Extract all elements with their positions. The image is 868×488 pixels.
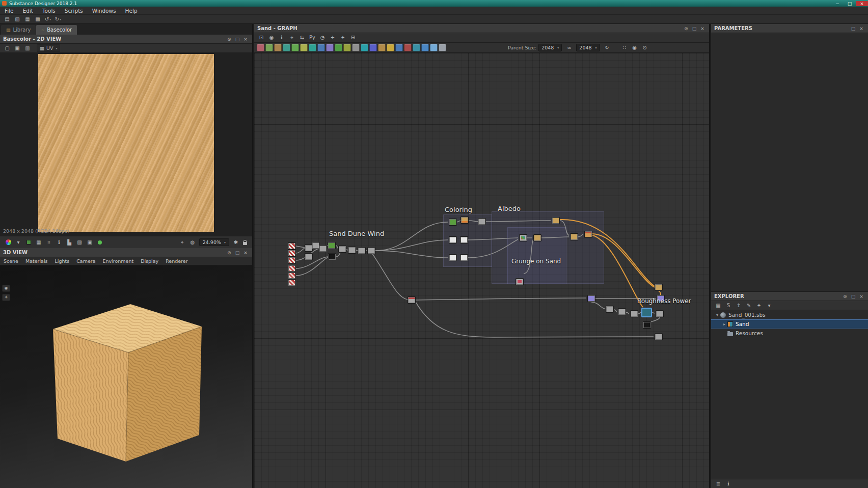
view3d-menu-environment[interactable]: Environment bbox=[99, 258, 137, 264]
node-icon-directional-blur[interactable] bbox=[300, 44, 308, 51]
node-icon-gradient-map[interactable] bbox=[335, 44, 342, 51]
float-icon[interactable]: □ bbox=[691, 26, 698, 31]
node-icon-curve[interactable] bbox=[291, 44, 299, 51]
node-icon-directional-warp[interactable] bbox=[309, 44, 316, 51]
graph-node-orange[interactable] bbox=[584, 231, 592, 238]
graph-node-input[interactable] bbox=[288, 242, 296, 250]
open-file-icon[interactable]: ▧ bbox=[13, 15, 21, 23]
export-icon[interactable]: ↥ bbox=[735, 302, 743, 309]
tab-library[interactable]: ▤Library bbox=[1, 25, 36, 35]
graph-node-gray[interactable] bbox=[319, 245, 327, 252]
graph-node-gray[interactable] bbox=[478, 218, 486, 225]
menu-file[interactable]: File bbox=[0, 8, 18, 14]
graph-node-black[interactable] bbox=[643, 321, 651, 329]
information-icon[interactable]: ℹ bbox=[55, 238, 63, 246]
zoom-select[interactable]: 24.90%▾ bbox=[199, 238, 229, 246]
graph-node-white[interactable] bbox=[449, 236, 457, 243]
node-icon-transform[interactable] bbox=[395, 44, 403, 51]
node-icon-levels[interactable] bbox=[361, 44, 368, 51]
checker-background-icon[interactable]: ▦ bbox=[35, 238, 43, 246]
histogram-icon[interactable]: ▙ bbox=[65, 238, 73, 246]
edit-icon[interactable]: ✎ bbox=[745, 302, 753, 309]
undo-icon[interactable]: ↺▾ bbox=[44, 15, 52, 23]
python-icon[interactable]: Py bbox=[308, 34, 316, 42]
view3d-menu-scene[interactable]: Scene bbox=[0, 258, 22, 264]
color-channels-wheel-icon[interactable] bbox=[4, 238, 12, 246]
float-icon[interactable]: □ bbox=[850, 26, 857, 31]
pin-node-icon[interactable]: ⊙ bbox=[641, 44, 649, 51]
menu-edit[interactable]: Edit bbox=[18, 8, 38, 14]
uv-mode-select[interactable]: ▦ UV ▾ bbox=[37, 44, 60, 52]
pin-icon[interactable]: ⊙ bbox=[842, 294, 849, 299]
link-size-icon[interactable]: ∞ bbox=[565, 44, 573, 51]
node-icon-normal[interactable] bbox=[369, 44, 377, 51]
tools-icon[interactable]: ✦ bbox=[339, 34, 347, 42]
float-icon[interactable]: □ bbox=[234, 250, 241, 255]
graph-node-input[interactable] bbox=[288, 250, 296, 257]
node-icon-blend[interactable] bbox=[265, 44, 273, 51]
copy-image-icon[interactable]: ▣ bbox=[13, 44, 21, 52]
save-icon[interactable]: ▦ bbox=[23, 15, 32, 23]
view3d-menu-display[interactable]: Display bbox=[137, 258, 162, 264]
menu-windows[interactable]: Windows bbox=[88, 8, 121, 14]
export-frame-icon[interactable]: ⊞ bbox=[349, 34, 357, 42]
tree-item-resources[interactable]: Resources bbox=[711, 329, 868, 338]
graph-node-grayred[interactable] bbox=[408, 296, 416, 304]
node-icon-distance[interactable] bbox=[317, 44, 325, 51]
snapshot-icon[interactable]: ◉ bbox=[267, 34, 276, 42]
graph-node-gray[interactable] bbox=[655, 333, 663, 340]
float-icon[interactable]: □ bbox=[850, 294, 857, 299]
maximize-button[interactable]: □ bbox=[844, 1, 856, 6]
view3d-menu-renderer[interactable]: Renderer bbox=[162, 258, 191, 264]
close-icon[interactable]: × bbox=[242, 250, 249, 255]
view3d-menu-camera[interactable]: Camera bbox=[73, 258, 99, 264]
physical-size-icon[interactable] bbox=[96, 238, 104, 246]
pin-icon[interactable]: ⊙ bbox=[683, 26, 690, 31]
graph-node-gray[interactable] bbox=[338, 246, 346, 253]
graph-node-white[interactable] bbox=[449, 254, 457, 261]
list-view-icon[interactable]: ≣ bbox=[714, 480, 722, 487]
new-file-icon[interactable]: ▤ bbox=[3, 15, 11, 23]
graph-node-gray[interactable] bbox=[367, 247, 375, 254]
graph-node-teal[interactable] bbox=[642, 308, 652, 317]
graph-node-tan[interactable] bbox=[552, 217, 560, 224]
light-icon[interactable]: ☀ bbox=[2, 294, 10, 301]
gear-icon[interactable]: ✱ bbox=[232, 238, 240, 246]
graph-node-white[interactable] bbox=[460, 236, 468, 243]
graph-node-gray[interactable] bbox=[618, 308, 626, 315]
image-inspect-icon[interactable]: ▣ bbox=[86, 238, 94, 246]
tree-item-sand-001-sbs[interactable]: ▾Sand_001.sbs bbox=[711, 310, 868, 319]
graph-node-input[interactable] bbox=[288, 279, 296, 286]
view2d-canvas[interactable]: 2048 x 2048 (RGBA 16bpc) bbox=[0, 53, 252, 236]
save-icon[interactable]: ▦ bbox=[714, 302, 722, 309]
redo-icon[interactable]: ↻▾ bbox=[54, 15, 62, 23]
view3d-viewport[interactable]: ◉☀ bbox=[0, 265, 252, 488]
expander-icon[interactable]: ▸ bbox=[721, 322, 727, 327]
pin-icon[interactable]: ⊙ bbox=[226, 37, 233, 42]
focus-icon[interactable]: ⌖ bbox=[288, 34, 296, 42]
node-icon-safe-transform[interactable] bbox=[413, 44, 420, 51]
node-icon-uniform-color[interactable] bbox=[257, 44, 264, 51]
compare-icon[interactable]: ▥ bbox=[23, 44, 32, 52]
menu-tools[interactable]: Tools bbox=[38, 8, 60, 14]
basecolor-texture-preview[interactable] bbox=[38, 54, 214, 232]
tree-item-sand[interactable]: ▸Sand bbox=[711, 319, 868, 329]
graph-node-input[interactable] bbox=[288, 257, 296, 264]
view3d-menu-lights[interactable]: Lights bbox=[51, 258, 73, 264]
graph-node-redicon[interactable] bbox=[516, 278, 524, 285]
graph-node-tan[interactable] bbox=[655, 284, 663, 291]
minimize-button[interactable]: − bbox=[831, 1, 844, 6]
tiling-icon[interactable]: ⌗ bbox=[45, 238, 53, 246]
node-icon-mirror[interactable] bbox=[421, 44, 429, 51]
graph-node-gray[interactable] bbox=[656, 310, 664, 317]
node-icon-shape[interactable] bbox=[439, 44, 446, 51]
graph-node-gray[interactable] bbox=[630, 310, 638, 317]
graph-node-black[interactable] bbox=[328, 253, 336, 260]
info-icon[interactable]: ℹ bbox=[724, 480, 733, 487]
graph-node-green[interactable] bbox=[449, 219, 457, 226]
lock-zoom-icon[interactable] bbox=[243, 242, 247, 245]
graph-node-gray[interactable] bbox=[358, 247, 366, 254]
graph-canvas[interactable]: Sand Dune WindColoringAlbedoGrunge on Sa… bbox=[254, 53, 709, 488]
tab-basecolor[interactable]: ∴Basecolor bbox=[36, 25, 77, 35]
transform-gizmo-icon[interactable]: + bbox=[329, 34, 337, 42]
